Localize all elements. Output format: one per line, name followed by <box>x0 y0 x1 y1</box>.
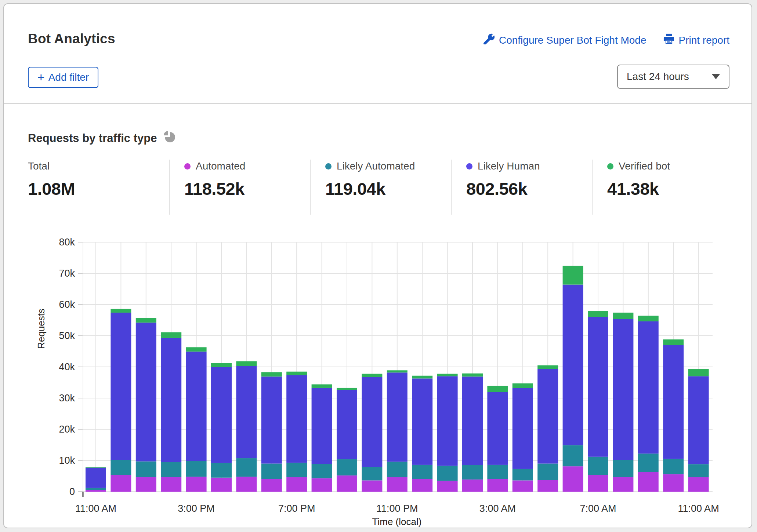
bar-segment-automated[interactable] <box>111 475 131 492</box>
bar-segment-likely-automated[interactable] <box>563 445 583 466</box>
bar-segment-automated[interactable] <box>412 479 432 492</box>
bar-segment-likely-automated[interactable] <box>362 467 382 481</box>
bar-segment-likely-automated[interactable] <box>337 459 357 475</box>
bar-segment-likely-automated[interactable] <box>638 453 659 472</box>
bar-segment-automated[interactable] <box>487 479 508 492</box>
bar-segment-verified-bot[interactable] <box>186 347 207 351</box>
bar-segment-likely-human[interactable] <box>111 313 131 460</box>
bar-segment-verified-bot[interactable] <box>111 309 131 313</box>
bar-segment-likely-human[interactable] <box>512 388 533 469</box>
bar-segment-likely-automated[interactable] <box>487 465 508 479</box>
bar-segment-verified-bot[interactable] <box>337 388 357 390</box>
bar-segment-verified-bot[interactable] <box>462 374 483 377</box>
bar-segment-likely-human[interactable] <box>236 366 257 458</box>
bar-segment-likely-human[interactable] <box>663 345 684 459</box>
bar-segment-automated[interactable] <box>638 472 659 492</box>
bar-segment-verified-bot[interactable] <box>236 361 257 366</box>
bar-segment-automated[interactable] <box>86 490 106 492</box>
bar-segment-likely-human[interactable] <box>312 388 332 464</box>
bar-segment-automated[interactable] <box>588 475 608 492</box>
bar-segment-likely-human[interactable] <box>261 376 282 463</box>
bar-segment-likely-human[interactable] <box>563 285 583 445</box>
bar-segment-automated[interactable] <box>437 481 458 492</box>
bar-segment-verified-bot[interactable] <box>588 311 608 317</box>
bar-segment-likely-human[interactable] <box>86 468 106 488</box>
bar-segment-likely-automated[interactable] <box>412 465 432 479</box>
bar-segment-likely-automated[interactable] <box>86 488 106 490</box>
bar-segment-likely-human[interactable] <box>362 377 382 467</box>
bar-segment-verified-bot[interactable] <box>437 374 458 376</box>
bar-segment-automated[interactable] <box>186 477 207 492</box>
bar-segment-automated[interactable] <box>563 466 583 492</box>
bar-segment-likely-automated[interactable] <box>312 464 332 478</box>
bar-segment-likely-human[interactable] <box>387 372 408 462</box>
bar-segment-verified-bot[interactable] <box>312 385 332 388</box>
bar-segment-automated[interactable] <box>136 477 156 492</box>
bar-segment-likely-automated[interactable] <box>437 466 458 481</box>
bar-segment-automated[interactable] <box>613 477 633 492</box>
bar-segment-verified-bot[interactable] <box>563 266 583 285</box>
bar-segment-automated[interactable] <box>362 480 382 492</box>
bar-segment-verified-bot[interactable] <box>136 318 156 323</box>
bar-segment-likely-human[interactable] <box>437 376 458 466</box>
bar-segment-automated[interactable] <box>261 479 282 492</box>
bar-segment-likely-human[interactable] <box>211 367 232 463</box>
bar-segment-verified-bot[interactable] <box>613 313 633 319</box>
bar-segment-automated[interactable] <box>211 478 232 492</box>
bar-segment-automated[interactable] <box>387 477 408 492</box>
bar-segment-automated[interactable] <box>286 477 307 492</box>
bar-segment-automated[interactable] <box>462 480 483 492</box>
bar-segment-likely-automated[interactable] <box>186 461 207 477</box>
bar-segment-verified-bot[interactable] <box>537 365 558 369</box>
bar-segment-likely-automated[interactable] <box>512 469 533 480</box>
bar-segment-likely-automated[interactable] <box>688 464 709 477</box>
print-report-link[interactable]: Print report <box>663 33 730 47</box>
bar-segment-automated[interactable] <box>161 477 181 492</box>
time-range-select[interactable]: Last 24 hours <box>617 65 729 89</box>
bar-segment-verified-bot[interactable] <box>362 374 382 377</box>
bar-segment-likely-human[interactable] <box>613 319 633 460</box>
bar-segment-likely-human[interactable] <box>286 375 307 463</box>
bar-segment-likely-human[interactable] <box>537 369 558 464</box>
bar-segment-likely-human[interactable] <box>588 317 608 457</box>
bar-segment-likely-automated[interactable] <box>613 460 633 477</box>
bar-segment-verified-bot[interactable] <box>512 383 533 388</box>
bar-segment-verified-bot[interactable] <box>412 376 432 379</box>
bar-segment-verified-bot[interactable] <box>261 372 282 376</box>
bar-segment-automated[interactable] <box>537 480 558 492</box>
bar-segment-likely-automated[interactable] <box>161 462 181 477</box>
bar-segment-likely-automated[interactable] <box>537 464 558 480</box>
bar-segment-verified-bot[interactable] <box>211 363 232 367</box>
bar-segment-verified-bot[interactable] <box>638 316 659 321</box>
bar-segment-likely-automated[interactable] <box>261 464 282 480</box>
bar-segment-likely-automated[interactable] <box>588 457 608 475</box>
bar-segment-likely-human[interactable] <box>462 376 483 465</box>
add-filter-button[interactable]: + Add filter <box>28 67 98 88</box>
bar-segment-verified-bot[interactable] <box>487 386 508 392</box>
bar-segment-likely-human[interactable] <box>688 376 709 464</box>
bar-segment-likely-human[interactable] <box>638 321 659 453</box>
bar-segment-likely-automated[interactable] <box>286 463 307 477</box>
bar-segment-automated[interactable] <box>512 480 533 492</box>
bar-segment-likely-automated[interactable] <box>236 458 257 477</box>
bar-segment-automated[interactable] <box>337 475 357 492</box>
configure-super-bot-fight-mode-link[interactable]: Configure Super Bot Fight Mode <box>483 33 646 47</box>
bar-segment-verified-bot[interactable] <box>387 370 408 372</box>
bar-segment-automated[interactable] <box>312 478 332 492</box>
bar-segment-likely-automated[interactable] <box>111 460 131 475</box>
bar-segment-likely-human[interactable] <box>487 392 508 465</box>
requests-by-traffic-type-chart[interactable]: 010k20k30k40k50k60k70k80k11:00 AM3:00 PM… <box>4 224 757 532</box>
bar-segment-verified-bot[interactable] <box>161 332 181 338</box>
bar-segment-verified-bot[interactable] <box>286 372 307 375</box>
bar-segment-verified-bot[interactable] <box>663 339 684 345</box>
bar-segment-likely-human[interactable] <box>136 323 156 461</box>
bar-segment-likely-automated[interactable] <box>387 462 408 477</box>
bar-segment-likely-automated[interactable] <box>211 463 232 478</box>
bar-segment-automated[interactable] <box>663 474 684 492</box>
bar-segment-likely-automated[interactable] <box>663 459 684 474</box>
bar-segment-likely-human[interactable] <box>161 338 181 462</box>
bar-segment-likely-human[interactable] <box>412 378 432 464</box>
bar-segment-verified-bot[interactable] <box>688 369 709 376</box>
bar-segment-likely-human[interactable] <box>337 390 357 459</box>
bar-segment-automated[interactable] <box>688 477 709 492</box>
